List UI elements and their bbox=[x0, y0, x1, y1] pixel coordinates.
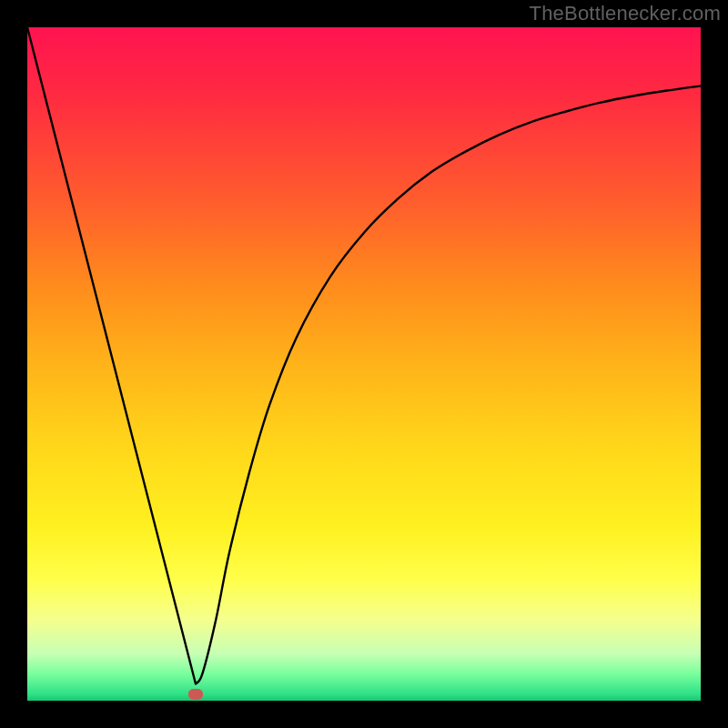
chart-frame: TheBottlenecker.com bbox=[0, 0, 728, 728]
attribution-text: TheBottlenecker.com bbox=[530, 2, 721, 25]
bottleneck-curve bbox=[27, 27, 701, 701]
plot-area bbox=[27, 27, 701, 701]
minimum-marker bbox=[188, 689, 203, 700]
